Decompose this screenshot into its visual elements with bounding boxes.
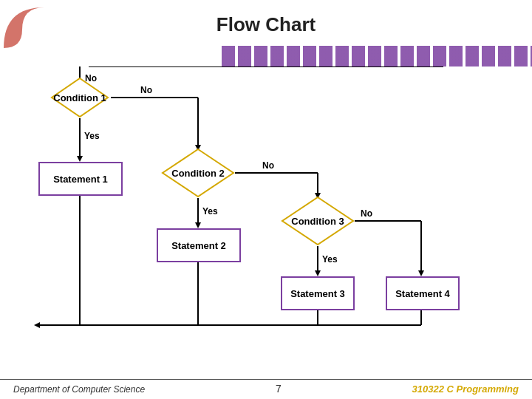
statement3-label: Statement 3 [290, 288, 345, 299]
svg-marker-12 [195, 222, 201, 228]
condition1-label: Condition 1 [50, 77, 109, 118]
condition2-label: Condition 2 [161, 148, 235, 198]
svg-marker-23 [418, 270, 424, 276]
statement1-rect: Statement 1 [38, 162, 123, 196]
svg-text:Yes: Yes [202, 206, 218, 216]
statement4-rect: Statement 4 [386, 276, 460, 310]
footer-right: 310322 C Programming [412, 383, 519, 395]
footer-left: Department of Computer Science [13, 384, 145, 395]
condition3-label: Condition 3 [281, 196, 355, 246]
statement2-label: Statement 2 [171, 240, 226, 251]
svg-marker-27 [34, 322, 40, 328]
statement2-rect: Statement 2 [157, 228, 241, 262]
footer-center: 7 [276, 383, 282, 395]
top-right-decoration [222, 46, 532, 66]
statement3-rect: Statement 3 [281, 276, 355, 310]
svg-marker-5 [77, 156, 83, 162]
svg-text:No: No [140, 85, 152, 95]
statement1-label: Statement 1 [53, 174, 108, 185]
svg-text:No: No [262, 160, 274, 171]
svg-text:Yes: Yes [84, 131, 100, 141]
top-left-decoration [0, 0, 59, 52]
flowchart-area: No Yes No Yes No Yes No [0, 66, 532, 355]
svg-text:No: No [361, 208, 372, 219]
svg-marker-19 [315, 270, 321, 276]
footer: Department of Computer Science 7 310322 … [0, 379, 532, 399]
page-title: Flow Chart [0, 0, 532, 41]
svg-text:Yes: Yes [322, 254, 338, 265]
statement4-label: Statement 4 [395, 288, 450, 299]
